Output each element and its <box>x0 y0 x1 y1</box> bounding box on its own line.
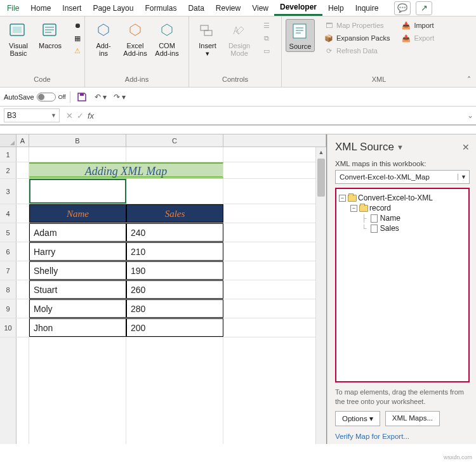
export-button[interactable]: 📤Export <box>399 32 437 44</box>
menu-formulas[interactable]: Formulas <box>139 1 182 15</box>
menu-view[interactable]: View <box>246 1 274 15</box>
xml-tree[interactable]: − Convert-Excel-to-XML − record ├ Name └… <box>335 188 470 382</box>
tree-collapse-icon[interactable]: − <box>350 205 357 212</box>
excel-addins-button[interactable]: Excel Add-ins <box>121 19 150 58</box>
macros-button[interactable]: Macros <box>36 19 65 51</box>
cancel-formula-button[interactable]: ✕ <box>66 111 73 121</box>
row-header[interactable]: 2 <box>0 162 17 178</box>
expansion-packs-button[interactable]: 📦Expansion Packs <box>321 32 392 44</box>
tree-name-node[interactable]: ├ Name <box>362 213 466 223</box>
redo-button[interactable]: ↷ ▾ <box>112 89 128 105</box>
data-cell[interactable]: Shelly <box>29 261 126 280</box>
selected-cell[interactable] <box>29 179 126 204</box>
enter-formula-button[interactable]: ✓ <box>77 111 84 121</box>
title-cell[interactable]: Adding XML Map <box>29 162 223 178</box>
data-cell[interactable]: 210 <box>126 242 223 261</box>
svg-rect-5 <box>293 24 306 38</box>
select-all-button[interactable] <box>0 134 17 147</box>
map-properties-button[interactable]: 🗔Map Properties <box>321 19 392 32</box>
name-box-dropdown-icon[interactable]: ▼ <box>51 112 56 119</box>
scroll-thumb[interactable] <box>317 159 325 197</box>
data-cell[interactable]: Moly <box>29 299 126 318</box>
macro-security-button[interactable]: ⚠ <box>70 44 85 57</box>
row-header[interactable]: 10 <box>0 318 17 337</box>
row-header[interactable]: 1 <box>0 147 17 162</box>
menu-review[interactable]: Review <box>210 1 246 15</box>
data-cell[interactable]: 260 <box>126 280 223 299</box>
tree-record-label: record <box>369 204 391 212</box>
refresh-data-button[interactable]: ⟳Refresh Data <box>321 44 392 57</box>
tree-record-node[interactable]: − record <box>350 203 466 213</box>
ribbon: Visual Basic Macros ⏺ ▦ ⚠ Code Add- ins … <box>0 16 476 88</box>
data-cell[interactable]: Jhon <box>29 318 126 337</box>
tree-root-node[interactable]: − Convert-Excel-to-XML <box>339 193 466 203</box>
row-header[interactable]: 5 <box>0 223 17 242</box>
undo-button[interactable]: ↶ ▾ <box>93 89 109 105</box>
pane-close-button[interactable]: ✕ <box>462 142 470 152</box>
tree-sales-node[interactable]: └ Sales <box>362 223 466 233</box>
data-cell[interactable]: Adam <box>29 223 126 242</box>
options-button[interactable]: Options ▾ <box>335 411 380 426</box>
data-cell[interactable]: Stuart <box>29 280 126 299</box>
insert-control-button[interactable]: Insert▾ <box>193 19 222 58</box>
header-sales-cell[interactable]: Sales <box>126 204 223 223</box>
col-header-a[interactable]: A <box>17 134 29 147</box>
data-cell[interactable]: 200 <box>126 318 223 337</box>
record-macro-button[interactable]: ⏺ <box>70 19 85 32</box>
vertical-scrollbar[interactable]: ▲ <box>315 147 326 444</box>
menu-pagelayout[interactable]: Page Layou <box>87 1 139 15</box>
menu-file[interactable]: File <box>1 1 25 15</box>
menu-help[interactable]: Help <box>322 1 350 15</box>
insert-function-button[interactable]: fx <box>88 111 94 121</box>
col-header-b[interactable]: B <box>29 134 126 147</box>
name-box[interactable]: B3 ▼ <box>4 108 60 122</box>
header-name-cell[interactable]: Name <box>29 204 126 223</box>
view-code-button[interactable]: ⧉ <box>259 32 274 44</box>
data-cell[interactable]: 190 <box>126 261 223 280</box>
row-header[interactable] <box>0 337 17 444</box>
data-cell[interactable]: 280 <box>126 299 223 318</box>
properties-button[interactable]: ☰ <box>259 19 274 32</box>
expand-formula-bar-button[interactable]: ⌄ <box>465 111 476 120</box>
export-icon: 📤 <box>401 33 411 43</box>
xml-maps-button[interactable]: XML Maps... <box>385 411 440 426</box>
save-button[interactable] <box>74 89 89 105</box>
row-header[interactable]: 6 <box>0 242 17 261</box>
menu-home[interactable]: Home <box>25 1 56 15</box>
xml-source-button[interactable]: Source <box>286 19 315 52</box>
formula-input[interactable] <box>100 108 465 122</box>
data-cell[interactable]: 240 <box>126 223 223 242</box>
col-header-c[interactable]: C <box>126 134 223 147</box>
pane-title-dropdown-icon[interactable]: ▼ <box>397 143 404 151</box>
tree-name-label: Name <box>380 214 400 223</box>
addins-button[interactable]: Add- ins <box>89 19 118 58</box>
row-header[interactable]: 7 <box>0 261 17 280</box>
data-cell[interactable]: Harry <box>29 242 126 261</box>
comments-button[interactable]: 💬 <box>394 1 411 15</box>
menu-insert[interactable]: Insert <box>56 1 87 15</box>
verify-map-link[interactable]: Verify Map for Export... <box>335 433 470 440</box>
row-header[interactable]: 8 <box>0 280 17 299</box>
run-dialog-button[interactable]: ▭ <box>259 44 274 57</box>
design-mode-button[interactable]: Design Mode <box>225 19 254 58</box>
tree-collapse-icon[interactable]: − <box>339 195 346 202</box>
menu-developer[interactable]: Developer <box>274 0 322 16</box>
xml-map-select[interactable]: Convert-Excel-to-XML_Map ▼ <box>335 170 470 184</box>
relative-refs-button[interactable]: ▦ <box>70 32 85 44</box>
com-addins-button[interactable]: COM Add-ins <box>152 19 182 58</box>
row-header[interactable]: 3 <box>0 179 17 204</box>
row-header[interactable]: 9 <box>0 299 17 318</box>
menu-inquire[interactable]: Inquire <box>350 1 385 15</box>
element-icon <box>369 225 379 233</box>
rows-area: 1 2Adding XML Map 3 4NameSales 5Adam240 … <box>0 147 326 444</box>
collapse-ribbon-button[interactable]: ˄ <box>467 75 471 84</box>
scroll-up-icon[interactable]: ▲ <box>316 147 326 157</box>
menubar: File Home Insert Page Layou Formulas Dat… <box>0 0 476 16</box>
autosave-toggle[interactable]: AutoSave Off <box>4 93 66 101</box>
import-button[interactable]: 📥Import <box>399 19 437 32</box>
visual-basic-button[interactable]: Visual Basic <box>4 19 33 58</box>
share-button[interactable]: ↗ <box>416 1 432 15</box>
worksheet-grid[interactable]: A B C 1 2Adding XML Map 3 4NameSales 5Ad… <box>0 134 327 444</box>
row-header[interactable]: 4 <box>0 204 17 223</box>
menu-data[interactable]: Data <box>182 1 209 15</box>
